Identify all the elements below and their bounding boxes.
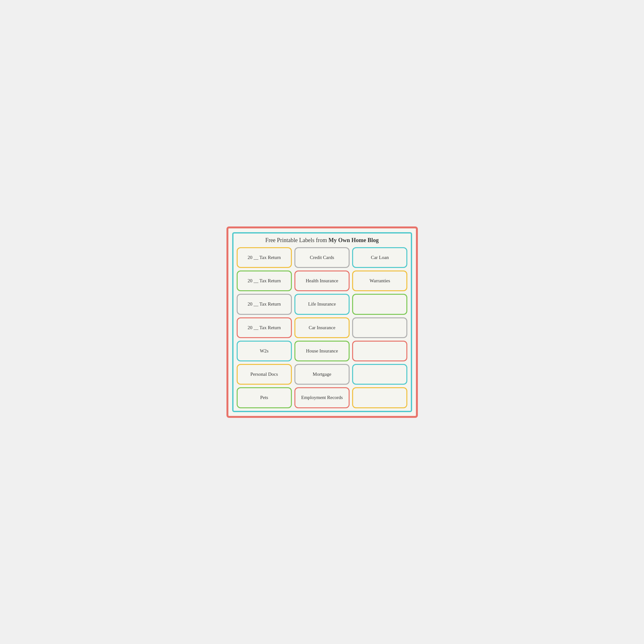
label-card-c11: Car Insurance — [294, 317, 350, 338]
label-card-c16: Personal Docs — [237, 364, 292, 385]
label-card-c7: 20 __ Tax Return — [237, 294, 292, 315]
label-card-c4: 20 __ Tax Return — [237, 270, 292, 291]
label-card-c12 — [352, 317, 407, 338]
label-card-c19: Pets — [237, 387, 292, 408]
label-card-c1: 20 __ Tax Return — [237, 247, 292, 268]
label-card-c14: House Insurance — [294, 341, 350, 361]
label-card-c10: 20 __ Tax Return — [237, 317, 292, 338]
page-wrapper: Free Printable Labels from My Own Home B… — [226, 226, 418, 418]
label-grid: 20 __ Tax ReturnCredit CardsCar Loan20 _… — [237, 247, 408, 408]
label-card-c18 — [352, 364, 407, 385]
label-card-c15 — [352, 341, 407, 361]
title-plain: Free Printable Labels from — [265, 237, 329, 243]
label-card-c20: Employment Records — [294, 387, 350, 408]
label-card-c9 — [352, 294, 407, 315]
label-card-c3: Car Loan — [352, 247, 407, 268]
title-bold: My Own Home Blog — [329, 237, 379, 243]
label-card-c5: Health Insurance — [294, 270, 350, 291]
label-card-c8: Life Insurance — [294, 294, 350, 315]
label-card-c21 — [352, 387, 407, 408]
page-title: Free Printable Labels from My Own Home B… — [237, 237, 408, 244]
label-card-c17: Mortgage — [294, 364, 350, 385]
label-card-c13: W2s — [237, 341, 292, 361]
label-card-c2: Credit Cards — [294, 247, 350, 268]
label-card-c6: Warranties — [352, 270, 407, 291]
inner-border: Free Printable Labels from My Own Home B… — [232, 232, 412, 412]
